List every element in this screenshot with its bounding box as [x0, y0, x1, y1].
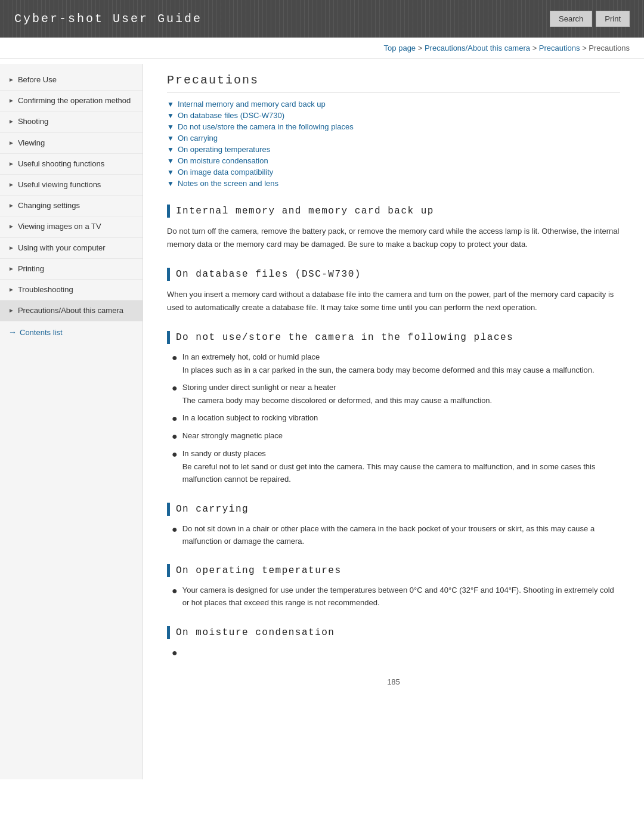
- toc-link-image-data[interactable]: On image data compatibility: [178, 168, 273, 176]
- triangle-icon: ▼: [167, 100, 174, 109]
- bullet-main-text: In a location subject to rocking vibrati…: [182, 413, 318, 422]
- list-item: ● Near strongly magnetic place: [172, 430, 620, 443]
- bullet-icon: ●: [172, 523, 178, 536]
- list-item: ● In an extremely hot, cold or humid pla…: [172, 351, 620, 377]
- section-do-not-use: Do not use/store the camera in the follo…: [167, 331, 620, 485]
- toc-link-do-not-use[interactable]: Do not use/store the camera in the follo…: [178, 122, 354, 131]
- sidebar-item-shooting[interactable]: ► Shooting: [0, 112, 143, 132]
- bullet-sub-text: In places such as in a car parked in the…: [182, 364, 620, 377]
- bullet-list: ● Your camera is designed for use under …: [172, 584, 620, 609]
- section-database-files: On database files (DSC-W730) When you in…: [167, 268, 620, 314]
- arrow-icon: ►: [8, 117, 14, 126]
- sidebar-item-computer[interactable]: ► Using with your computer: [0, 238, 143, 259]
- search-button[interactable]: Search: [550, 11, 592, 27]
- sidebar: ► Before Use ► Confirming the operation …: [0, 64, 143, 779]
- sidebar-item-label: Useful shooting functions: [18, 159, 104, 169]
- bullet-icon: ●: [172, 584, 178, 597]
- breadcrumb-current: Precautions: [589, 44, 630, 52]
- arrow-icon: ►: [8, 76, 14, 84]
- arrow-icon: ►: [8, 181, 14, 189]
- print-button[interactable]: Print: [596, 11, 630, 27]
- breadcrumb-precautions-about[interactable]: Precautions/About this camera: [425, 44, 530, 52]
- bullet-icon: ●: [172, 412, 178, 425]
- list-item: ● Do not sit down in a chair or other pl…: [172, 523, 620, 548]
- sidebar-item-viewing-tv[interactable]: ► Viewing images on a TV: [0, 216, 143, 237]
- list-item: ● Your camera is designed for use under …: [172, 584, 620, 609]
- bullet-content: Storing under direct sunlight or near a …: [182, 382, 620, 407]
- toc-link-on-moisture[interactable]: On moisture condensation: [178, 156, 268, 165]
- section-bar-icon: [167, 205, 170, 218]
- bullet-sub-text: The camera body may become discolored or…: [182, 395, 620, 407]
- list-item: ● In sandy or dusty places Be careful no…: [172, 448, 620, 485]
- toc-item: ▼ On image data compatibility: [167, 168, 620, 176]
- sidebar-item-label: Using with your computer: [18, 243, 106, 253]
- toc-link-internal-memory[interactable]: Internal memory and memory card back up: [178, 100, 326, 109]
- arrow-right-icon: →: [8, 327, 17, 337]
- toc-link-on-carrying[interactable]: On carrying: [178, 134, 218, 143]
- section-paragraph: Do not turn off the camera, remove the b…: [167, 225, 620, 251]
- breadcrumb-top[interactable]: Top page: [384, 44, 416, 52]
- toc-item: ▼ On carrying: [167, 134, 620, 143]
- arrow-icon: ►: [8, 306, 14, 315]
- breadcrumb-sep3: >: [582, 44, 589, 52]
- bullet-content: In sandy or dusty places Be careful not …: [182, 448, 620, 485]
- sidebar-item-changing-settings[interactable]: ► Changing settings: [0, 196, 143, 216]
- bullet-main-text: In sandy or dusty places: [182, 449, 266, 458]
- bullet-content: Near strongly magnetic place: [182, 430, 620, 442]
- toc-item: ▼ Internal memory and memory card back u…: [167, 100, 620, 109]
- toc-link-database-files[interactable]: On database files (DSC-W730): [178, 111, 284, 120]
- list-item: ● Storing under direct sunlight or near …: [172, 382, 620, 407]
- toc-link-on-operating[interactable]: On operating temperatures: [178, 145, 270, 154]
- toc-link-screen-lens[interactable]: Notes on the screen and lens: [178, 179, 278, 188]
- bullet-icon: ●: [172, 430, 178, 443]
- section-bar-icon: [167, 331, 170, 344]
- table-of-contents: ▼ Internal memory and memory card back u…: [167, 100, 620, 188]
- sidebar-item-precautions[interactable]: ► Precautions/About this camera: [0, 301, 143, 321]
- toc-item: ▼ Notes on the screen and lens: [167, 179, 620, 188]
- sidebar-item-useful-viewing[interactable]: ► Useful viewing functions: [0, 175, 143, 196]
- section-heading: On carrying: [167, 503, 620, 516]
- bullet-icon: ●: [172, 382, 178, 395]
- breadcrumb-precautions[interactable]: Precautions: [539, 44, 580, 52]
- bullet-icon: ●: [172, 351, 178, 364]
- contents-list-link[interactable]: → Contents list: [0, 321, 143, 343]
- section-heading: Internal memory and memory card back up: [167, 205, 620, 218]
- sidebar-item-label: Printing: [18, 264, 44, 274]
- bullet-content: Do not sit down in a chair or other plac…: [182, 523, 620, 548]
- section-paragraph: When you insert a memory card without a …: [167, 288, 620, 314]
- bullet-main-text: Storing under direct sunlight or near a …: [182, 383, 336, 392]
- contents-list-label: Contents list: [20, 328, 63, 337]
- bullet-main-text: Your camera is designed for use under th…: [182, 586, 614, 607]
- sidebar-item-before-use[interactable]: ► Before Use: [0, 70, 143, 91]
- main-content: Precautions ▼ Internal memory and memory…: [143, 64, 644, 779]
- arrow-icon: ►: [8, 202, 14, 210]
- arrow-icon: ►: [8, 160, 14, 168]
- sidebar-item-troubleshooting[interactable]: ► Troubleshooting: [0, 280, 143, 301]
- section-internal-memory: Internal memory and memory card back up …: [167, 205, 620, 251]
- arrow-icon: ►: [8, 286, 14, 294]
- sidebar-item-printing[interactable]: ► Printing: [0, 259, 143, 280]
- section-heading: On database files (DSC-W730): [167, 268, 620, 281]
- sidebar-item-label: Viewing: [18, 138, 45, 148]
- sidebar-item-label: Troubleshooting: [18, 284, 73, 295]
- sidebar-item-confirming[interactable]: ► Confirming the operation method: [0, 91, 143, 112]
- list-item: ●: [172, 646, 620, 659]
- arrow-icon: ►: [8, 222, 14, 231]
- sidebar-item-label: Confirming the operation method: [18, 95, 131, 106]
- section-bar-icon: [167, 503, 170, 516]
- arrow-icon: ►: [8, 139, 14, 147]
- page-title: Precautions: [167, 73, 620, 92]
- sidebar-item-label: Viewing images on a TV: [18, 221, 101, 232]
- breadcrumb: Top page > Precautions/About this camera…: [0, 38, 644, 59]
- section-on-operating: On operating temperatures ● Your camera …: [167, 564, 620, 609]
- sidebar-item-useful-shooting[interactable]: ► Useful shooting functions: [0, 154, 143, 175]
- arrow-icon: ►: [8, 97, 14, 105]
- toc-item: ▼ Do not use/store the camera in the fol…: [167, 122, 620, 131]
- sidebar-item-viewing[interactable]: ► Viewing: [0, 133, 143, 154]
- section-heading-text: On moisture condensation: [176, 627, 335, 638]
- section-bar-icon: [167, 626, 170, 639]
- sidebar-item-label: Shooting: [18, 116, 48, 127]
- toc-item: ▼ On operating temperatures: [167, 145, 620, 154]
- toc-item: ▼ On database files (DSC-W730): [167, 111, 620, 120]
- section-heading-text: Do not use/store the camera in the follo…: [176, 332, 513, 343]
